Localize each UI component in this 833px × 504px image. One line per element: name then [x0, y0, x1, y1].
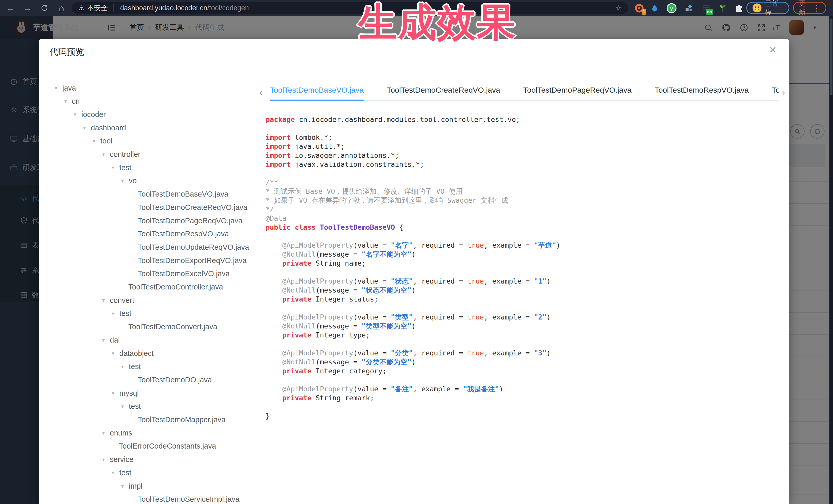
file-tab-3[interactable]: ToolTestDemoPageReqVO.java	[523, 86, 632, 94]
caret-down-icon[interactable]: ▾	[102, 337, 110, 343]
close-icon[interactable]: ×	[769, 44, 776, 55]
caret-down-icon[interactable]: ▾	[121, 364, 129, 370]
tree-node-label: ToolTestDemoExcelVO.java	[138, 269, 230, 278]
tree-node-label: ToolTestDemoConvert.java	[128, 322, 217, 331]
tree-file[interactable]: ToolTestDemoCreateReqVO.java	[138, 201, 247, 213]
tree-node-label: ToolTestDemoDO.java	[138, 376, 212, 384]
browser-scrollbar[interactable]	[829, 16, 833, 504]
tree-node-label: controller	[110, 150, 140, 159]
tree-node-label: ToolErrorCodeConstants.java	[119, 442, 216, 450]
url-security-warning[interactable]: ⚠ 不安全	[72, 4, 114, 11]
extension-badge: on	[706, 9, 713, 15]
tree-file[interactable]: ToolTestDemoPageReqVO.java	[138, 215, 242, 226]
file-tab-5[interactable]: ToolTestDemoUpdateReqVO.java	[772, 86, 779, 94]
tree-file[interactable]: ToolTestDemoExportReqVO.java	[138, 255, 246, 266]
tabs-prev-icon[interactable]: ‹	[259, 87, 262, 97]
browser-back-icon[interactable]: ←	[5, 2, 17, 14]
profile-chip[interactable]: 已暂停	[746, 2, 789, 14]
warning-icon: ⚠	[78, 4, 85, 12]
green-y-icon[interactable]: y	[666, 2, 677, 14]
tree-node-label: dal	[110, 336, 120, 344]
file-tab-2[interactable]: ToolTestDemoCreateReqVO.java	[387, 86, 500, 94]
update-button[interactable]: 更新 ⋮	[793, 2, 826, 14]
tree-folder[interactable]: ▾test	[121, 361, 141, 373]
tree-folder[interactable]: ▾dashboard	[83, 122, 126, 134]
tree-node-label: convert	[110, 296, 134, 305]
caret-down-icon[interactable]: ▾	[102, 297, 110, 303]
tree-node-label: ToolTestDemoExportReqVO.java	[138, 256, 246, 265]
scrollbar-thumb[interactable]	[830, 19, 832, 95]
url-path: /tool/codegen	[207, 4, 249, 12]
tree-folder[interactable]: ▾test	[112, 162, 132, 173]
tree-folder[interactable]: ▾dal	[102, 334, 120, 346]
caret-down-icon[interactable]: ▾	[112, 470, 119, 476]
tree-file[interactable]: ToolTestDemoConvert.java	[128, 321, 217, 333]
tree-node-label: ToolTestDemoMapper.java	[138, 415, 225, 424]
tree-node-label: ToolTestDemoRespVO.java	[138, 230, 229, 238]
tree-folder[interactable]: ▾test	[121, 401, 141, 412]
tree-folder[interactable]: ▾iocoder	[74, 109, 106, 120]
caret-down-icon[interactable]: ▾	[64, 98, 72, 104]
tree-file[interactable]: ToolTestDemoRespVO.java	[138, 228, 229, 240]
caret-down-icon[interactable]: ▾	[83, 125, 91, 131]
caret-down-icon[interactable]: ▾	[93, 138, 100, 144]
ubuntu-ring-icon[interactable]: 1	[633, 2, 645, 14]
list-icon[interactable]: on	[700, 2, 712, 14]
tree-file[interactable]: ToolTestDemoExcelVO.java	[138, 268, 230, 280]
tree-folder[interactable]: ▾convert	[102, 294, 134, 306]
security-label: 不安全	[87, 3, 108, 13]
caret-down-icon[interactable]: ▾	[121, 483, 129, 489]
browser-reload-icon[interactable]	[39, 2, 50, 14]
caret-down-icon[interactable]: ▾	[121, 403, 129, 410]
tree-folder[interactable]: ▾test	[112, 467, 132, 479]
tree-folder[interactable]: ▾impl	[121, 480, 142, 492]
caret-down-icon[interactable]: ▾	[102, 430, 110, 436]
tree-folder[interactable]: ▾enums	[102, 427, 132, 439]
file-tab-4[interactable]: ToolTestDemoRespVO.java	[654, 86, 749, 94]
tabs-next-icon[interactable]: ›	[782, 87, 785, 97]
tree-folder[interactable]: ▾tool	[93, 135, 112, 147]
tree-node-label: test	[119, 164, 132, 172]
tree-node-label: test	[129, 362, 141, 371]
file-tab-1[interactable]: ToolTestDemoBaseVO.java	[270, 86, 364, 94]
tree-folder[interactable]: ▾mysql	[112, 387, 139, 399]
caret-down-icon[interactable]: ▾	[102, 457, 110, 463]
tree-node-label: java	[62, 84, 76, 92]
tree-folder[interactable]: ▾dataobject	[112, 347, 154, 359]
diamond-grid-icon[interactable]	[683, 2, 695, 14]
tree-file[interactable]: ToolTestDemoDO.java	[138, 374, 212, 386]
caret-down-icon[interactable]: ▾	[112, 165, 119, 171]
caret-down-icon[interactable]: ▾	[112, 390, 119, 396]
tree-node-label: vo	[129, 176, 137, 185]
web-page: 芋道管理系统 首页 / 研发工具 / 代码生成 tT ▾ 首页系统管理基础设施研…	[0, 16, 829, 504]
tree-node-label: ToolTestDemoUpdateReqVO.java	[138, 243, 249, 251]
tree-folder[interactable]: ▾cn	[64, 95, 80, 107]
bookmark-star-icon[interactable]: ☆	[615, 4, 622, 13]
tree-folder[interactable]: ▾test	[112, 308, 132, 319]
tree-folder[interactable]: ▾controller	[102, 149, 140, 160]
caret-down-icon[interactable]: ▾	[102, 151, 110, 158]
puzzle-icon[interactable]	[733, 2, 745, 14]
water-drop-icon[interactable]	[649, 2, 661, 14]
svg-text:y: y	[670, 5, 673, 11]
tree-file[interactable]: ToolErrorCodeConstants.java	[119, 440, 216, 452]
tree-file[interactable]: ToolTestDemoMapper.java	[138, 414, 225, 426]
profile-label: 已暂停	[765, 0, 783, 17]
browser-forward-icon[interactable]: →	[22, 2, 33, 14]
tree-file[interactable]: ToolTestDemoController.java	[128, 281, 223, 293]
caret-down-icon[interactable]: ▾	[74, 111, 81, 118]
caret-down-icon[interactable]: ▾	[121, 178, 129, 184]
tree-file[interactable]: ToolTestDemoUpdateReqVO.java	[138, 241, 249, 253]
sprout-icon[interactable]	[717, 2, 729, 14]
caret-down-icon[interactable]: ▾	[112, 311, 119, 317]
tree-folder[interactable]: ▾service	[102, 454, 134, 465]
dialog-title: 代码预览	[49, 46, 84, 58]
caret-down-icon[interactable]: ▾	[112, 350, 119, 356]
tree-folder[interactable]: ▾java	[55, 82, 76, 94]
browser-home-icon[interactable]: ⌂	[55, 2, 67, 14]
caret-down-icon[interactable]: ▾	[55, 85, 62, 91]
tree-file[interactable]: ToolTestDemoServiceImpl.java	[138, 494, 239, 504]
tree-file[interactable]: ToolTestDemoBaseVO.java	[138, 188, 229, 200]
kebab-menu-icon[interactable]: ⋮	[813, 4, 820, 13]
tree-folder[interactable]: ▾vo	[121, 175, 137, 187]
